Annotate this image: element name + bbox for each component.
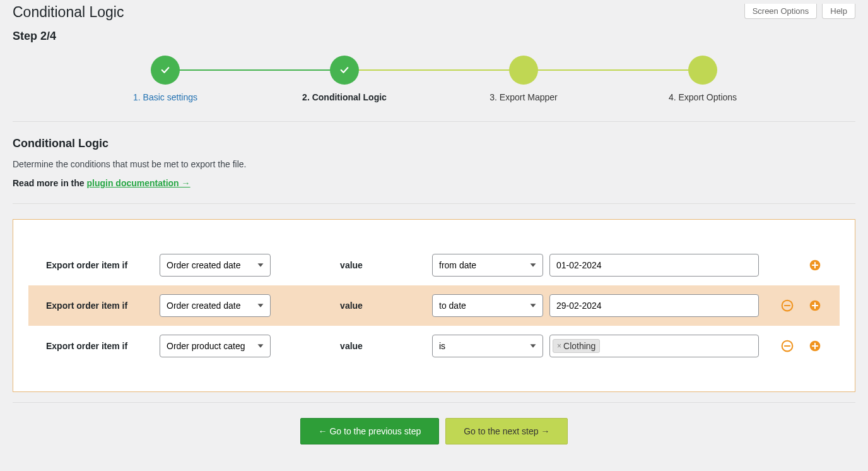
step-2-label: 2. Conditional Logic [302,92,387,102]
step-4-label: 4. Export Options [669,92,737,102]
operator-select[interactable]: to date [432,294,543,317]
step-4: 4. Export Options [613,56,792,102]
add-rule-button[interactable] [808,258,822,272]
step-1[interactable]: 1. Basic settings [76,56,255,102]
remove-tag-icon[interactable]: × [557,342,561,350]
rule-row: Export order item if Order created date … [28,245,840,285]
doc-link[interactable]: plugin documentation → [86,178,190,188]
minus-icon [781,299,794,312]
operator-select[interactable]: is [432,335,543,357]
value-label: value [320,260,383,270]
step-3-label: 3. Export Mapper [490,92,557,102]
next-step-button[interactable]: Go to the next step → [445,418,568,444]
step-2: 2. Conditional Logic [255,56,434,102]
operator-select[interactable]: from date [432,254,543,277]
tag-input[interactable]: × Clothing [549,335,759,357]
prev-step-button[interactable]: ← Go to the previous step [300,418,440,444]
value-label: value [320,341,383,351]
remove-rule-button[interactable] [780,339,794,353]
rule-row: Export order item if Order product categ… [28,326,840,366]
section-desc: Determine the conditions that must be me… [13,159,855,169]
rules-container: Export order item if Order created date … [13,219,855,392]
help-button[interactable]: Help [822,4,855,19]
step-3: 3. Export Mapper [434,56,613,102]
stepper: 1. Basic settings 2. Conditional Logic 3… [13,56,855,102]
rule-row: Export order item if Order created date … [28,285,840,326]
screen-options-button[interactable]: Screen Options [744,4,818,19]
field-select[interactable]: Order product categ [160,335,271,357]
remove-rule-button[interactable] [780,299,794,313]
section-title: Conditional Logic [13,137,855,150]
plus-icon [809,259,821,271]
field-select[interactable]: Order created date [160,254,271,277]
value-input[interactable] [549,254,759,277]
step-indicator: Step 2/4 [13,30,855,43]
add-rule-button[interactable] [808,299,822,313]
tag-chip[interactable]: × Clothing [553,339,600,353]
rule-label: Export order item if [46,341,153,351]
add-rule-button[interactable] [808,339,822,353]
minus-icon [781,340,794,352]
plus-icon [809,299,821,312]
check-icon [160,64,171,76]
value-label: value [320,301,383,311]
rule-label: Export order item if [46,260,153,270]
page-title: Conditional Logic [13,4,124,21]
rule-label: Export order item if [46,301,153,311]
plus-icon [809,340,821,352]
check-icon [339,64,350,76]
step-1-label[interactable]: 1. Basic settings [133,92,197,102]
field-select[interactable]: Order created date [160,294,271,317]
value-input[interactable] [549,294,759,317]
readmore: Read more in the plugin documentation → [13,178,855,188]
